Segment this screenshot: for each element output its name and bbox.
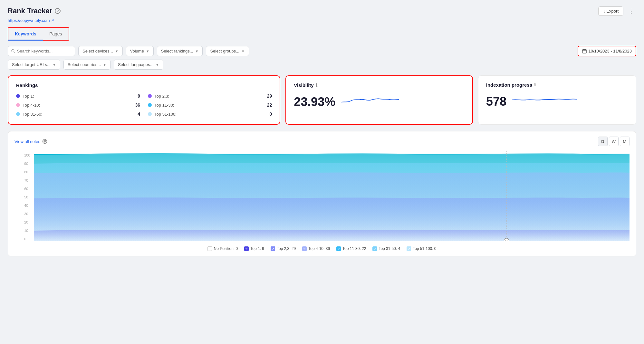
- help-icon[interactable]: ?: [55, 8, 61, 14]
- target-urls-filter[interactable]: Select target URLs... ▼: [8, 60, 60, 70]
- rank-item-top410: Top 4-10: 36: [16, 101, 140, 109]
- indexation-value: 578: [486, 95, 506, 108]
- svg-rect-2: [582, 49, 586, 53]
- svg-text:60: 60: [24, 187, 28, 191]
- rank-dot-top23: [148, 94, 152, 98]
- filters-row-1: Select devices... ▼ Volume ▼ Select rank…: [8, 46, 636, 56]
- notes-icon: [42, 139, 47, 144]
- devices-filter[interactable]: Select devices... ▼: [78, 46, 123, 56]
- svg-text:100: 100: [24, 153, 30, 157]
- rank-dot-top410: [16, 103, 20, 107]
- indexation-sparkline: [512, 92, 577, 108]
- export-button[interactable]: ↓ Export: [598, 6, 623, 16]
- volume-filter[interactable]: Volume ▼: [126, 46, 154, 56]
- date-range-value: 10/10/2023 - 11/8/2023: [589, 49, 632, 53]
- svg-text:90: 90: [24, 162, 28, 166]
- legend-checkbox-top51100[interactable]: [407, 246, 411, 251]
- svg-text:30: 30: [24, 212, 28, 216]
- legend-top410: Top 4-10: 36: [302, 246, 330, 251]
- visibility-title: Visibility ℹ: [294, 82, 465, 88]
- legend-top1: Top 1: 9: [244, 246, 264, 251]
- rank-dot-top51100: [148, 112, 152, 116]
- rank-item-top1130: Top 11-30: 22: [148, 101, 272, 109]
- time-btn-month[interactable]: M: [620, 137, 630, 146]
- main-chart-container: View all notes D W M 100 90 80: [8, 131, 636, 256]
- site-url-link[interactable]: https://copywritely.com: [8, 18, 50, 23]
- chevron-down-icon: ▼: [53, 63, 56, 67]
- rankings-card: Rankings Top 1: 9 Top 2,3: 29 Top 4-10: …: [8, 75, 280, 125]
- rank-dot-top1: [16, 94, 20, 98]
- groups-filter[interactable]: Select groups... ▼: [206, 46, 249, 56]
- chart-legend: No Position: 0 Top 1: 9 Top 2,3: 29 Top …: [14, 246, 630, 251]
- svg-text:50: 50: [24, 195, 28, 199]
- chevron-down-icon: ▼: [103, 63, 106, 67]
- rank-item-top1: Top 1: 9: [16, 92, 140, 100]
- indexation-title: Indexation progress ℹ: [486, 82, 628, 88]
- rank-item-top51100: Top 51-100: 0: [148, 110, 272, 118]
- view-all-notes-button[interactable]: View all notes: [14, 138, 47, 145]
- view-notes-label: View all notes: [14, 139, 40, 144]
- legend-no-position: No Position: 0: [207, 246, 238, 251]
- chevron-down-icon: ▼: [241, 49, 245, 53]
- chevron-down-icon: ▼: [195, 49, 199, 53]
- svg-line-1: [14, 52, 15, 53]
- page-title: Rank Tracker: [8, 7, 52, 15]
- rankings-filter[interactable]: Select rankings... ▼: [157, 46, 203, 56]
- svg-text:40: 40: [24, 204, 28, 207]
- visibility-info-icon: ℹ: [316, 83, 317, 88]
- visibility-value: 23.93%: [294, 96, 335, 108]
- time-btn-day[interactable]: D: [598, 137, 608, 146]
- svg-text:G: G: [505, 239, 508, 241]
- search-keywords-input[interactable]: [8, 46, 75, 56]
- legend-top3150: Top 31-50: 4: [372, 246, 400, 251]
- indexation-card: Indexation progress ℹ 578: [478, 75, 636, 125]
- legend-checkbox-top410[interactable]: [302, 246, 307, 251]
- chevron-down-icon: ▼: [115, 49, 119, 53]
- tab-keywords[interactable]: Keywords: [8, 28, 43, 41]
- search-icon: [11, 49, 15, 53]
- date-range-picker[interactable]: 10/10/2023 - 11/8/2023: [578, 46, 636, 56]
- legend-top23: Top 2,3: 29: [271, 246, 296, 251]
- rank-dot-top1130: [148, 103, 152, 107]
- languages-filter[interactable]: Select languages... ▼: [114, 60, 163, 70]
- tabs-container: Keywords Pages: [8, 27, 69, 41]
- chevron-down-icon: ▼: [156, 63, 159, 67]
- time-btn-week[interactable]: W: [609, 137, 619, 146]
- time-buttons-group: D W M: [598, 137, 630, 146]
- legend-checkbox-top3150[interactable]: [372, 246, 377, 251]
- rank-dot-top3150: [16, 112, 20, 116]
- svg-text:0: 0: [24, 237, 26, 241]
- main-chart-svg: 100 90 80 70 60 50 40 30 20 10 0: [14, 151, 630, 241]
- svg-text:70: 70: [24, 178, 28, 182]
- chart-header: View all notes D W M: [14, 137, 630, 146]
- visibility-sparkline: [341, 92, 399, 108]
- calendar-icon: [582, 49, 587, 53]
- legend-checkbox-top1[interactable]: [244, 246, 249, 251]
- filters-row-2: Select target URLs... ▼ Select countries…: [8, 60, 636, 70]
- site-url: https://copywritely.com ↗: [8, 18, 636, 23]
- legend-checkbox-no-position[interactable]: [207, 246, 212, 251]
- rank-item-top23: Top 2,3: 29: [148, 92, 272, 100]
- rankings-title: Rankings: [16, 82, 272, 88]
- visibility-card: Visibility ℹ 23.93%: [285, 75, 473, 125]
- legend-checkbox-top1130[interactable]: [336, 246, 341, 251]
- chart-svg-wrapper: 100 90 80 70 60 50 40 30 20 10 0: [14, 151, 630, 242]
- rank-item-top3150: Top 31-50: 4: [16, 110, 140, 118]
- stats-row: Rankings Top 1: 9 Top 2,3: 29 Top 4-10: …: [8, 75, 636, 125]
- search-keywords-field[interactable]: [17, 49, 72, 53]
- legend-top1130: Top 11-30: 22: [336, 246, 366, 251]
- more-options-button[interactable]: ⋮: [626, 6, 636, 16]
- legend-checkbox-top23[interactable]: [271, 246, 275, 251]
- svg-text:20: 20: [24, 220, 28, 224]
- rankings-grid: Top 1: 9 Top 2,3: 29 Top 4-10: 36 Top 11…: [16, 92, 272, 118]
- svg-text:80: 80: [24, 170, 28, 174]
- countries-filter[interactable]: Select countries... ▼: [63, 60, 111, 70]
- chevron-down-icon: ▼: [146, 49, 149, 53]
- svg-text:10: 10: [24, 229, 28, 233]
- legend-top51100: Top 51-100: 0: [407, 246, 436, 251]
- tab-pages[interactable]: Pages: [43, 28, 69, 41]
- external-link-icon: ↗: [51, 18, 54, 23]
- indexation-info-icon: ℹ: [534, 82, 536, 87]
